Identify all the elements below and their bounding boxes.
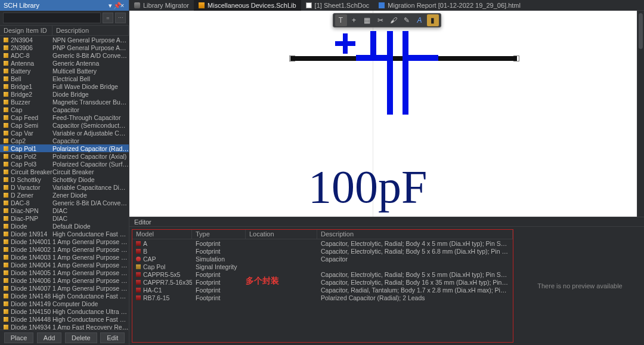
item-desc: 1 Amp General Purpose Rectifi: [52, 269, 129, 276]
list-item[interactable]: Diode 1N40051 Amp General Purpose Rectif…: [0, 269, 129, 276]
component-icon: [4, 216, 8, 221]
list-item[interactable]: 2N3906PNP General Purpose Amplifier: [0, 44, 129, 51]
list-item[interactable]: Diode 1N4148High Conductance Fast Diode: [0, 292, 129, 300]
list-item[interactable]: Diode 1N4149Computer Diode: [0, 300, 129, 307]
schematic-canvas[interactable]: T + ▦ ✂ 🖌 ✎ A ▮ 100pF: [129, 11, 644, 217]
table-row[interactable]: CAPPR7.5-16x35FootprintCapacitor, Electr…: [132, 278, 513, 286]
capacitor-value[interactable]: 100pF: [308, 160, 427, 214]
list-item[interactable]: BatteryMulticell Battery: [0, 67, 129, 75]
list-item[interactable]: Diode 1N40061 Amp General Purpose Rectif…: [0, 276, 129, 284]
table-row[interactable]: AFootprintCapacitor, Electrolytic, Radia…: [132, 239, 513, 247]
list-item[interactable]: Cap Pol3Polarized Capacitor (Surface M: [0, 160, 129, 168]
scrollbar-thumb[interactable]: [639, 13, 643, 49]
component-icon: [4, 61, 8, 66]
col-desc[interactable]: Description: [317, 230, 513, 239]
delete-button[interactable]: Delete: [65, 332, 97, 343]
edit-button[interactable]: Edit: [100, 332, 125, 343]
close-icon[interactable]: ×: [119, 2, 125, 9]
list-item[interactable]: 2N3904NPN General Purpose Amplifier: [0, 36, 129, 44]
list-item[interactable]: Diode 1N4448High Conductance Fast Diode: [0, 315, 129, 323]
table-row[interactable]: BFootprintCapacitor, Electrolytic, Radia…: [132, 247, 513, 255]
list-item[interactable]: Diode 1N40071 Amp General Purpose Rectif…: [0, 284, 129, 292]
list-item[interactable]: D ZenerZener Diode: [0, 191, 129, 199]
list-item[interactable]: Cap Pol2Polarized Capacitor (Axial): [0, 152, 129, 160]
paint-tool-icon[interactable]: 🖌: [388, 14, 400, 26]
component-icon: [4, 38, 8, 42]
table-row[interactable]: HA-C1FootprintCapacitor, Radial, Tantalu…: [132, 286, 513, 294]
list-item[interactable]: D SchottkySchottky Diode: [0, 175, 129, 183]
pen-tool-icon[interactable]: ✎: [401, 14, 413, 26]
model-type: Footprint: [192, 279, 246, 286]
list-item[interactable]: Diode 1N914High Conductance Fast Diode: [0, 230, 129, 238]
component-icon: [4, 131, 8, 135]
item-id: Diac-PNP: [11, 215, 38, 222]
list-item[interactable]: Cap2Capacitor: [0, 137, 129, 144]
list-item[interactable]: Cap Pol1Polarized Capacitor (Radial): [0, 144, 129, 152]
tab-label: Library Migrator: [143, 2, 189, 9]
col-location[interactable]: Location: [246, 230, 317, 239]
pin-icon[interactable]: 📌: [113, 2, 119, 10]
component-icon: [4, 146, 8, 151]
list-item[interactable]: Cap VarVariable or Adjustable Capacito: [0, 129, 129, 137]
list-item[interactable]: Cap SemiCapacitor (Semiconductor SIM: [0, 121, 129, 129]
list-item[interactable]: DiodeDefault Diode: [0, 222, 129, 230]
search-equals-button[interactable]: =: [103, 13, 113, 23]
list-item[interactable]: AntennaGeneric Antenna: [0, 59, 129, 67]
item-desc: Generic Antenna: [52, 60, 129, 67]
tab--1-sheet1-schdoc[interactable]: [1] Sheet1.SchDoc: [301, 0, 374, 11]
item-desc: Capacitor: [52, 106, 129, 113]
list-item[interactable]: D VaractorVariable Capacitance Diode: [0, 183, 129, 191]
html-icon: [379, 2, 385, 8]
text-tool-icon[interactable]: T: [335, 14, 347, 26]
list-item[interactable]: Diode 1N4150High Conductance Ultra Fast …: [0, 307, 129, 315]
list-item[interactable]: Circuit BreakerCircuit Breaker: [0, 168, 129, 175]
list-item[interactable]: Cap FeedFeed-Through Capacitor: [0, 113, 129, 121]
library-list[interactable]: 2N3904NPN General Purpose Amplifier2N390…: [0, 36, 129, 329]
italic-tool-icon[interactable]: A: [414, 14, 426, 26]
canvas-scrollbar[interactable]: [637, 11, 644, 217]
list-item[interactable]: CapCapacitor: [0, 106, 129, 113]
col-design-item-id[interactable]: Design Item ID: [0, 26, 52, 35]
footprint-icon: [136, 280, 141, 285]
editor-section-header[interactable]: Editor: [129, 217, 644, 227]
component-tool-icon[interactable]: ▮: [427, 14, 439, 26]
col-model[interactable]: Model: [132, 230, 192, 239]
tab-miscellaneous-devices-sc[interactable]: Miscellaneous Devices.SchLib: [194, 0, 301, 11]
list-item[interactable]: ADC-8Generic 8-Bit A/D Converter: [0, 51, 129, 59]
item-id: Cap Pol1: [11, 145, 36, 152]
col-type[interactable]: Type: [192, 230, 246, 239]
search-input[interactable]: [3, 13, 101, 23]
add-tool-icon[interactable]: +: [348, 14, 360, 26]
add-button[interactable]: Add: [37, 332, 62, 343]
col-description[interactable]: Description: [52, 26, 129, 35]
panel-header[interactable]: SCH Library ▾ 📌 ×: [0, 0, 129, 11]
table-row[interactable]: CAPSimulationCapacitor: [132, 255, 513, 263]
fill-tool-icon[interactable]: ▦: [361, 14, 373, 26]
list-item[interactable]: DAC-8Generic 8-Bit D/A Converter: [0, 199, 129, 207]
table-row[interactable]: RB7.6-15FootprintPolarized Capacitor (Ra…: [132, 294, 513, 301]
place-button[interactable]: Place: [4, 332, 34, 343]
list-item[interactable]: Diac-NPNDIAC: [0, 207, 129, 214]
list-item[interactable]: BuzzerMagnetic Transducer Buzzer: [0, 98, 129, 106]
panel-dropdown-icon[interactable]: ▾: [107, 2, 113, 10]
tab-library-migrator[interactable]: Library Migrator: [129, 0, 194, 11]
list-item[interactable]: Diode 1N40041 Amp General Purpose Rectif…: [0, 261, 129, 269]
component-icon: [4, 162, 8, 167]
tab-migration-report-01-12-2[interactable]: Migration Report [01-12-2022 19_29_06].h…: [374, 0, 525, 11]
list-item[interactable]: Diode 1N49341 Amp Fast Recovery Rectifie…: [0, 323, 129, 329]
list-item[interactable]: Diac-PNPDIAC: [0, 214, 129, 222]
list-item[interactable]: Diode 1N40021 Amp General Purpose Rectif…: [0, 245, 129, 253]
cut-tool-icon[interactable]: ✂: [374, 14, 386, 26]
search-menu-button[interactable]: ⋯: [115, 13, 126, 23]
item-desc: Polarized Capacitor (Radial): [52, 145, 129, 152]
component-icon: [4, 301, 8, 306]
list-item[interactable]: BellElectrical Bell: [0, 75, 129, 82]
tab-label: Miscellaneous Devices.SchLib: [208, 2, 296, 9]
list-item[interactable]: Diode 1N40031 Amp General Purpose Rectif…: [0, 253, 129, 261]
table-row[interactable]: Cap PolSignal Integrity: [132, 263, 513, 270]
table-row[interactable]: CAPPR5-5x5FootprintCapacitor, Electrolyt…: [132, 270, 513, 278]
footprint-icon: [136, 272, 141, 277]
list-item[interactable]: Bridge2Diode Bridge: [0, 90, 129, 98]
list-item[interactable]: Bridge1Full Wave Diode Bridge: [0, 82, 129, 90]
list-item[interactable]: Diode 1N40011 Amp General Purpose Rectif…: [0, 238, 129, 245]
